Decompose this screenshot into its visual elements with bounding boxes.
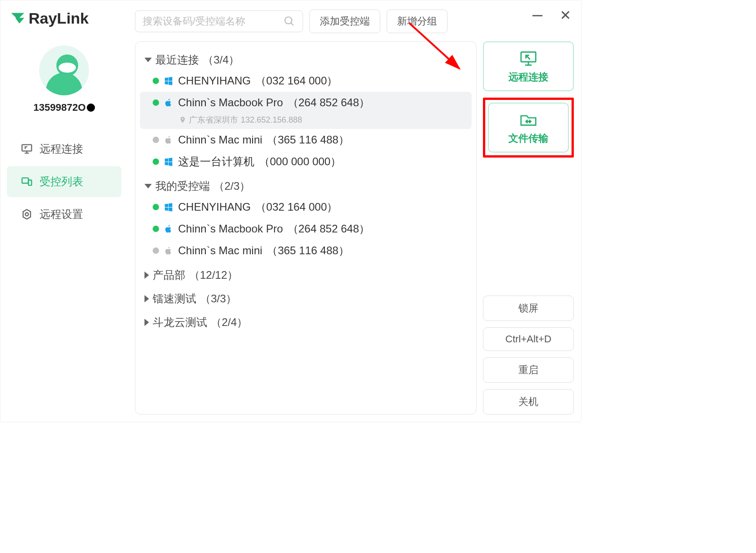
restart-button[interactable]: 重启 — [483, 357, 574, 383]
svg-rect-1 — [22, 178, 29, 183]
windows-icon — [164, 76, 174, 86]
nav-remote-settings[interactable]: 远程设置 — [7, 199, 121, 230]
folder-transfer-icon — [518, 112, 538, 128]
caret-right-icon — [144, 272, 149, 279]
add-controlled-button[interactable]: 添加受控端 — [309, 10, 380, 33]
shutdown-button[interactable]: 关机 — [483, 389, 574, 415]
device-item[interactable]: CHENYIHANG （032 164 000） — [140, 70, 472, 92]
svg-point-5 — [285, 17, 292, 24]
ctrl-alt-d-button[interactable]: Ctrl+Alt+D — [483, 327, 574, 351]
brand-logo: RayLink — [0, 10, 89, 27]
device-item[interactable]: 这是一台计算机 （000 000 000） — [140, 151, 472, 173]
device-panel: 最近连接 （3/4） CHENYIHANG （032 164 000） Chin… — [135, 41, 477, 415]
device-item[interactable]: Chinn`s Macbook Pro （264 852 648） — [140, 218, 472, 240]
devices-icon — [20, 175, 33, 188]
remote-connect-icon — [518, 50, 538, 67]
apple-icon — [164, 135, 174, 145]
lock-screen-button[interactable]: 锁屏 — [483, 296, 574, 321]
search-icon — [284, 15, 295, 27]
logo-icon — [10, 10, 26, 27]
svg-marker-3 — [23, 210, 30, 219]
windows-icon — [164, 157, 174, 167]
svg-rect-0 — [22, 145, 32, 151]
caret-down-icon — [144, 58, 152, 62]
avatar[interactable] — [39, 45, 89, 95]
apple-icon — [164, 98, 174, 108]
file-transfer-action[interactable]: 文件传输 — [488, 103, 569, 153]
caret-right-icon — [144, 295, 149, 302]
caret-right-icon — [144, 319, 149, 326]
group-doulong[interactable]: 斗龙云测试 （2/4） — [140, 312, 472, 332]
group-recent[interactable]: 最近连接 （3/4） — [140, 50, 472, 70]
device-item[interactable]: CHENYIHANG （032 164 000） — [140, 196, 472, 218]
status-online-icon — [153, 204, 159, 210]
status-online-icon — [153, 99, 159, 106]
highlight-annotation: 文件传输 — [483, 98, 574, 158]
group-speed[interactable]: 镭速测试 （3/3） — [140, 289, 472, 309]
apple-icon — [164, 246, 174, 256]
device-item-selected[interactable]: Chinn`s Macbook Pro （264 852 648） 广东省深圳市… — [140, 92, 472, 129]
caret-down-icon — [144, 184, 152, 188]
svg-point-4 — [25, 213, 29, 216]
apple-icon — [164, 224, 174, 234]
device-item[interactable]: Chinn`s Mac mini （365 116 488） — [140, 129, 472, 151]
status-offline-icon — [153, 137, 159, 143]
nav-controlled-list[interactable]: 受控列表 — [7, 166, 121, 197]
svg-rect-2 — [29, 180, 32, 186]
status-online-icon — [153, 158, 159, 165]
windows-icon — [164, 202, 174, 212]
group-product[interactable]: 产品部 （12/12） — [140, 265, 472, 285]
new-group-button[interactable]: 新增分组 — [387, 10, 448, 33]
nav-remote-connect[interactable]: 远程连接 — [7, 133, 121, 164]
user-phone: 13599872O — [34, 102, 95, 114]
search-input[interactable] — [143, 15, 284, 27]
status-online-icon — [153, 226, 159, 232]
device-item[interactable]: Chinn`s Mac mini （365 116 488） — [140, 240, 472, 262]
gear-icon — [20, 208, 33, 221]
status-offline-icon — [153, 247, 159, 254]
brand-text: RayLink — [29, 10, 89, 27]
monitor-icon — [20, 143, 33, 155]
group-mine[interactable]: 我的受控端 （2/3） — [140, 176, 472, 196]
search-input-wrap[interactable] — [135, 10, 303, 32]
location-icon — [179, 116, 186, 123]
remote-connect-action[interactable]: 远程连接 — [483, 41, 574, 91]
status-online-icon — [153, 78, 159, 84]
